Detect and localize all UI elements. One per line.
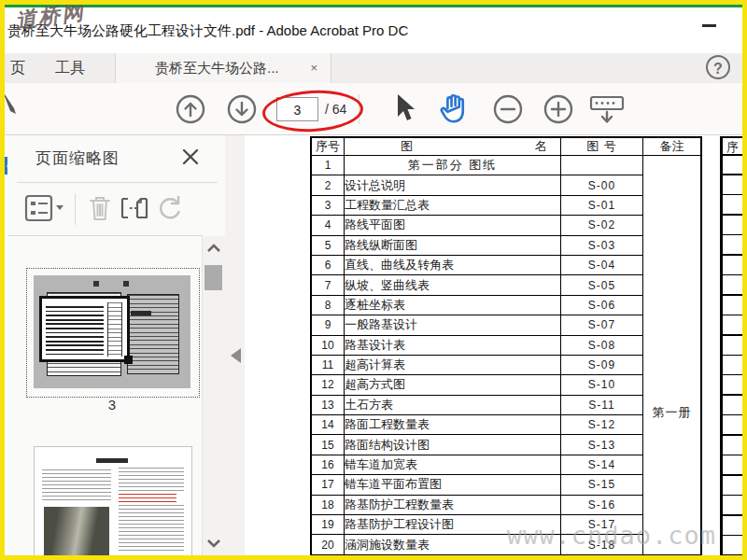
tab-document-label: 贵桥至大牛场公路...: [155, 53, 279, 83]
zoom-out-button[interactable]: [492, 93, 524, 125]
cell-no: 7: [311, 275, 345, 295]
table-row: 7纵坡、竖曲线表S-05: [311, 275, 701, 295]
table-row: 5路线纵断面图S-03: [311, 235, 701, 255]
clipped-tool-icon: [5, 88, 20, 116]
cell-code: S-05: [561, 275, 643, 295]
cell-name: 超高计算表: [345, 355, 561, 374]
cell-no: 5: [311, 235, 345, 255]
catalog-table-body: 1第一部分 图纸第一册2设计总说明S-003工程数量汇总表S-014路线平面图S…: [311, 156, 701, 555]
panel-close-icon[interactable]: [182, 148, 199, 165]
thumbnail-options-icon[interactable]: [24, 193, 65, 223]
cell-code: S-13: [561, 435, 643, 455]
cell-name: 路面结构设计图: [345, 435, 561, 455]
tab-bar: 页 工具 贵桥至大牛场公路... × ?: [5, 53, 742, 84]
cell-name: 错车道平面布置图: [345, 475, 561, 495]
table-row: 4路线平面图S-02: [311, 216, 701, 235]
table-row: 11超高计算表S-09: [311, 355, 701, 374]
cell-no: 18: [311, 495, 345, 514]
thumbnail-page-4[interactable]: [34, 446, 192, 560]
tab-document[interactable]: 贵桥至大牛场公路... ×: [115, 53, 331, 83]
cell-no: 17: [311, 475, 345, 495]
help-icon[interactable]: ?: [706, 55, 730, 79]
cell-no: 16: [311, 455, 345, 474]
hand-tool-icon[interactable]: [437, 91, 472, 126]
toolbar-separator: [359, 94, 359, 124]
table-row: 12超高方式图S-10: [311, 375, 701, 395]
cell-code: S-02: [561, 216, 643, 235]
cell-code: S-11: [561, 395, 643, 414]
cell-code: S-14: [561, 455, 643, 474]
table-row: 3工程数量汇总表S-01: [311, 195, 701, 215]
cell-no: 6: [311, 255, 345, 274]
cell-name: 路基防护工程数量表: [345, 495, 561, 514]
tab-home[interactable]: 页: [7, 53, 29, 83]
main-toolbar: 3 / 64: [5, 83, 742, 135]
cell-no: 15: [311, 435, 345, 455]
panel-title: 页面缩略图: [35, 147, 120, 169]
thumbnails-scrollbar[interactable]: [202, 236, 225, 555]
cell-no: 14: [311, 415, 345, 435]
page-number-input[interactable]: 3: [276, 97, 318, 121]
cell-no: 1: [311, 156, 345, 175]
cell-remark-merged: 第一册: [643, 156, 702, 555]
cell-name: 逐桩坐标表: [345, 295, 561, 315]
cell-code: S-07: [561, 315, 643, 335]
rotate-counterclockwise-icon[interactable]: [154, 193, 184, 223]
table-row: 2设计总说明S-00: [311, 175, 701, 195]
header-code: 图 号: [561, 137, 643, 156]
cell-code: S-10: [561, 375, 643, 395]
cell-no: 19: [311, 515, 345, 535]
scroll-up-icon[interactable]: [205, 242, 222, 255]
table-row: 6直线、曲线及转角表S-04: [311, 255, 701, 274]
cell-no: 9: [311, 315, 345, 335]
green-top-strip: [5, 3, 742, 7]
cell-name: 路线平面图: [345, 216, 561, 235]
delete-pages-icon[interactable]: [86, 193, 114, 223]
scrollbar-thumb[interactable]: [204, 265, 222, 290]
cell-no: 13: [311, 395, 345, 414]
cell-name: 直线、曲线及转角表: [345, 255, 561, 274]
cell-no: 11: [311, 355, 345, 374]
viewport-resize-handle[interactable]: [124, 356, 133, 364]
thumbnail-viewport-rectangle[interactable]: [39, 296, 130, 362]
next-page-button[interactable]: [226, 93, 258, 125]
table-row: 1第一部分 图纸第一册: [311, 156, 701, 175]
thumbnail-page-3-selected[interactable]: [26, 268, 200, 398]
document-page: 序号 图 名 图 号 备注 1第一部分 图纸第一册2设计总说明S-003工程数量…: [245, 135, 742, 555]
cell-code: S-08: [561, 335, 643, 355]
zoom-in-button[interactable]: [543, 93, 574, 125]
cell-name: 第一部分 图纸: [345, 156, 561, 175]
table-row: 17错车道平面布置图S-15: [311, 475, 701, 495]
header-no: 序号: [311, 137, 345, 156]
previous-page-button[interactable]: [175, 93, 206, 125]
table-row: 10路基设计表S-08: [311, 335, 701, 355]
cell-name: 土石方表: [345, 395, 561, 414]
collapse-panel-arrow[interactable]: [231, 348, 241, 363]
cell-code: S-16: [561, 495, 643, 514]
minimize-button[interactable]: [702, 24, 716, 27]
extract-pages-icon[interactable]: [119, 193, 150, 223]
tab-tools[interactable]: 工具: [49, 53, 91, 83]
table-row: 9一般路基设计S-07: [311, 315, 701, 335]
page-total-label: / 64: [325, 97, 346, 121]
table-row: 8逐桩坐标表S-06: [311, 295, 701, 315]
cell-no: 8: [311, 295, 345, 315]
scroll-down-icon[interactable]: [205, 537, 222, 550]
cell-name: 错车道加宽表: [345, 455, 561, 474]
title-bar: 贵桥至大牛场公路硬化工程设计文件.pdf - Adobe Acrobat Pro…: [5, 7, 742, 53]
thumbnail-page-number: 3: [26, 397, 198, 413]
cell-name: 设计总说明: [345, 175, 561, 195]
tab-close-icon[interactable]: ×: [310, 53, 317, 83]
selection-arrow-icon[interactable]: [390, 91, 416, 123]
cell-name: 路面工程数量表: [345, 415, 561, 435]
table-row: 15路面结构设计图S-13: [311, 435, 701, 455]
cell-code: S-09: [561, 355, 643, 374]
panel-toolbar-separator: [75, 193, 76, 225]
page-display-toolbar-icon[interactable]: [589, 95, 627, 125]
table-row: 13土石方表S-11: [311, 395, 701, 414]
cell-name: 路线纵断面图: [345, 235, 561, 255]
next-catalog-table-partial: 序: [720, 136, 742, 555]
cell-no: 2: [311, 175, 345, 195]
cell-no: 20: [311, 535, 345, 555]
cell-name: 纵坡、竖曲线表: [345, 275, 561, 295]
